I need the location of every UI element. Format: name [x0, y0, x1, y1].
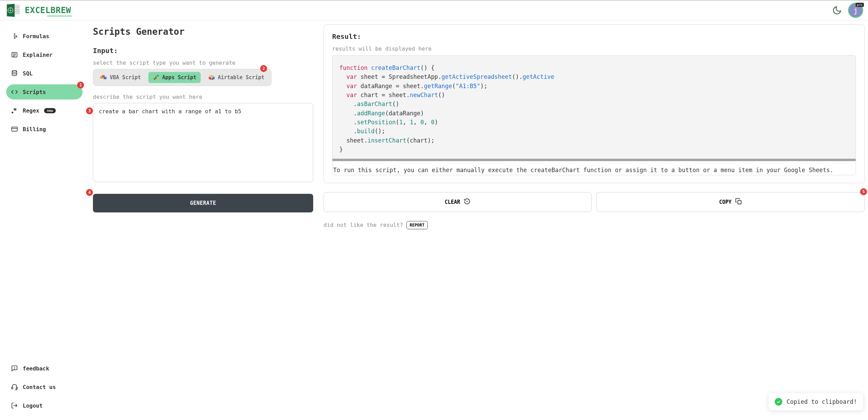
vba-icon: [100, 74, 107, 81]
formula-icon: [11, 33, 18, 40]
copy-icon: [735, 198, 742, 206]
report-button[interactable]: REPORT: [406, 221, 427, 229]
user-avatar[interactable]: j pro: [848, 3, 863, 18]
sidebar-item-sql[interactable]: SQL: [6, 66, 83, 81]
svg-rect-23: [12, 387, 13, 389]
describe-textarea[interactable]: [93, 103, 313, 182]
code-icon: [11, 88, 18, 95]
result-note: To run this script, you can either manua…: [332, 161, 856, 175]
svg-point-18: [12, 112, 13, 113]
avatar-pro-badge: pro: [856, 3, 864, 7]
script-type-selector: 2 VBA Script Apps Script: [93, 69, 272, 86]
topbar: EXCELBREW j pro: [0, 0, 868, 20]
svg-rect-1: [15, 5, 19, 7]
clear-button[interactable]: CLEAR: [324, 192, 592, 212]
sidebar-item-contact[interactable]: Contact us: [6, 379, 83, 395]
headset-icon: [11, 384, 18, 390]
logout-icon: [11, 402, 18, 409]
svg-rect-24: [16, 387, 17, 389]
reset-icon: [464, 198, 470, 206]
explainer-icon: [11, 51, 18, 58]
feedback-icon: [11, 365, 18, 372]
result-card: Result: results will be displayed here f…: [324, 24, 865, 183]
script-type-apps[interactable]: Apps Script: [148, 72, 200, 83]
sidebar-item-explainer[interactable]: Explainer: [6, 47, 83, 62]
script-type-help: select the script type you want to gener…: [93, 60, 313, 66]
regex-icon: [11, 107, 18, 114]
svg-rect-2: [15, 7, 19, 9]
svg-rect-37: [738, 200, 741, 204]
brand-name: EXCELBREW: [25, 6, 71, 15]
svg-rect-4: [15, 12, 19, 14]
billing-icon: [11, 126, 18, 133]
sidebar-item-logout[interactable]: Logout: [6, 398, 83, 413]
sidebar-item-label: Logout: [23, 402, 43, 409]
dark-mode-toggle[interactable]: [832, 6, 842, 15]
clear-label: CLEAR: [445, 199, 460, 205]
annotation-badge-5: 5: [860, 188, 867, 195]
svg-point-32: [157, 75, 159, 77]
brand[interactable]: EXCELBREW: [5, 3, 71, 18]
svg-point-22: [14, 369, 15, 369]
svg-marker-35: [212, 77, 214, 80]
generate-button[interactable]: GENERATE: [93, 194, 313, 212]
svg-rect-19: [12, 127, 18, 131]
report-prompt: did not like the result?: [324, 222, 403, 228]
script-type-label: Apps Script: [162, 74, 196, 81]
sidebar-item-label: Scripts: [23, 89, 46, 95]
avatar-initial: j: [853, 6, 858, 15]
result-help: results will be displayed here: [332, 45, 856, 52]
sidebar-item-formulas[interactable]: Formulas: [6, 29, 83, 44]
script-type-airtable[interactable]: Airtable Script: [204, 72, 268, 83]
svg-marker-34: [209, 77, 211, 80]
annotation-badge-2: 2: [260, 65, 267, 72]
script-type-label: Airtable Script: [218, 74, 264, 81]
sidebar-item-label: Explainer: [23, 52, 53, 58]
sidebar-item-label: Regex: [23, 107, 39, 114]
sidebar-item-label: feedback: [23, 365, 49, 372]
app-logo-icon: [5, 3, 21, 18]
script-type-vba[interactable]: VBA Script: [96, 72, 145, 83]
input-section-label: Input:: [93, 46, 313, 55]
airtable-icon: [208, 74, 215, 81]
new-badge: new: [44, 108, 56, 113]
sidebar-item-feedback[interactable]: feedback: [6, 361, 83, 376]
sidebar-item-billing[interactable]: Billing: [6, 122, 83, 137]
script-type-label: VBA Script: [110, 74, 141, 81]
sidebar-item-label: Formulas: [23, 33, 49, 40]
sidebar-item-scripts[interactable]: 1 Scripts: [6, 84, 83, 99]
sidebar-item-label: Billing: [23, 126, 46, 133]
describe-help: describe the script you want here: [93, 94, 313, 100]
database-icon: [11, 70, 18, 77]
sidebar-item-regex[interactable]: Regex new: [6, 103, 83, 118]
result-code[interactable]: function createBarChart() { var sheet = …: [332, 56, 856, 161]
page-title: Scripts Generator: [93, 27, 313, 37]
svg-point-14: [12, 71, 17, 72]
annotation-badge-3: 3: [86, 107, 93, 114]
sidebar-item-label: SQL: [23, 70, 33, 77]
annotation-badge-4: 4: [86, 189, 93, 196]
svg-marker-33: [209, 75, 214, 77]
result-label: Result:: [332, 32, 856, 41]
sidebar: Formulas Explainer SQL 1: [0, 20, 86, 420]
svg-rect-3: [15, 10, 19, 12]
copy-label: COPY: [719, 199, 731, 205]
check-icon: [775, 398, 782, 406]
apps-script-icon: [152, 74, 159, 81]
annotation-badge-1: 1: [77, 82, 84, 88]
svg-point-36: [466, 201, 467, 202]
svg-rect-28: [104, 77, 106, 79]
sidebar-item-label: Contact us: [23, 384, 56, 390]
copy-button[interactable]: 5 COPY: [596, 192, 865, 212]
toast-copied: Copied to clipboard!: [769, 393, 863, 410]
toast-message: Copied to clipboard!: [786, 398, 857, 405]
